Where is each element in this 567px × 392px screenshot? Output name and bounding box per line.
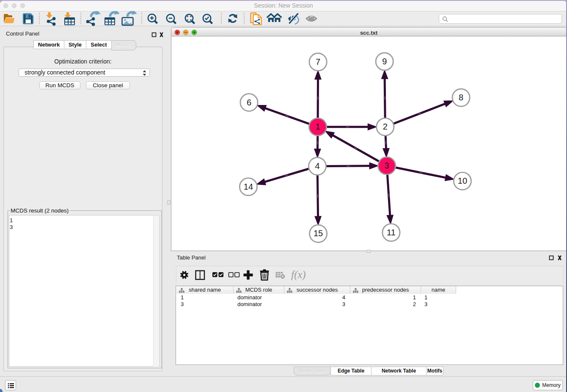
svg-text:1: 1: [315, 122, 320, 131]
svg-text:10: 10: [458, 176, 467, 185]
svg-text:9: 9: [382, 57, 387, 66]
svg-text:2: 2: [383, 122, 388, 131]
svg-text:7: 7: [316, 57, 320, 66]
svg-text:4: 4: [315, 161, 319, 171]
svg-text:6: 6: [247, 98, 251, 107]
svg-text:8: 8: [459, 93, 463, 102]
svg-text:f(x): f(x): [291, 269, 306, 281]
svg-text:15: 15: [314, 229, 323, 238]
svg-text:3: 3: [385, 161, 389, 170]
svg-text:14: 14: [244, 182, 253, 191]
svg-text:11: 11: [387, 228, 396, 237]
